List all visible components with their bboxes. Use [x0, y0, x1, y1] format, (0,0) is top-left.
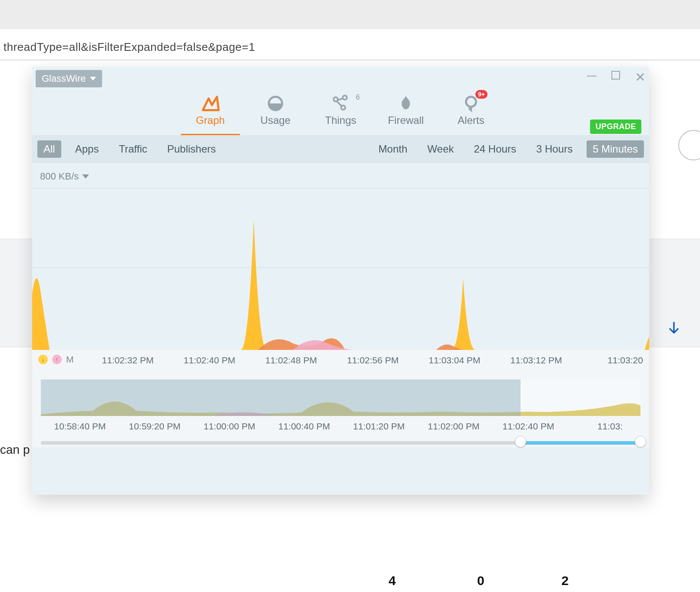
- alerts-badge: 9+: [475, 90, 488, 99]
- slider-handle-end[interactable]: [635, 436, 646, 447]
- xtick: 11:02:32 PM: [102, 355, 153, 366]
- ovtick: 11:03:: [597, 421, 623, 432]
- scroll-down-icon[interactable]: [665, 319, 683, 336]
- main-xaxis-ticks: 11:02:32 PM 11:02:40 PM 11:02:48 PM 11:0…: [32, 350, 649, 370]
- svg-point-4: [466, 97, 476, 107]
- xtick: 11:03:20: [607, 355, 643, 366]
- gridline: [32, 188, 649, 189]
- firewall-icon: [385, 93, 427, 114]
- stat-views-number: 4: [378, 573, 406, 588]
- overview-unselected-mask: [41, 379, 521, 416]
- main-chart[interactable]: 800 KB/s: [32, 163, 649, 350]
- ovtick: 11:00:00 PM: [203, 421, 255, 432]
- tab-things[interactable]: 6 Things: [320, 93, 362, 134]
- glasswire-window: GlassWire ✕ Graph Usage 6 Thing: [32, 67, 649, 495]
- stat-helpful-number: 0: [464, 573, 498, 588]
- filter-publishers[interactable]: Publishers: [161, 140, 222, 158]
- url-text: threadType=all&isFilterExpanded=false&pa…: [3, 40, 255, 53]
- chevron-down-icon: [82, 173, 89, 180]
- tab-alerts[interactable]: 9+ Alerts: [450, 93, 492, 134]
- overview-chart[interactable]: [41, 379, 640, 416]
- ovtick: 11:00:40 PM: [278, 421, 330, 432]
- tab-usage-label: Usage: [255, 114, 296, 126]
- range-24h[interactable]: 24 Hours: [468, 140, 522, 158]
- filter-bar: All Apps Traffic Publishers Month Week 2…: [32, 135, 649, 163]
- chevron-down-icon: [90, 76, 96, 82]
- xtick: 11:02:56 PM: [347, 355, 398, 366]
- filter-traffic[interactable]: Traffic: [113, 140, 153, 158]
- y-scale-text: 800 KB/s: [40, 171, 79, 182]
- overview-xaxis: 10:58:40 PM 10:59:20 PM 11:00:00 PM 11:0…: [41, 416, 640, 435]
- tab-graph[interactable]: Graph: [189, 93, 231, 134]
- minimize-icon[interactable]: [587, 76, 597, 76]
- tab-firewall-label: Firewall: [385, 114, 427, 126]
- ovtick: 11:02:00 PM: [428, 421, 479, 432]
- main-xaxis: ↓ ↑ M 11:02:32 PM 11:02:40 PM 11:02:48 P…: [32, 350, 649, 370]
- ovtick: 11:01:20 PM: [353, 421, 405, 432]
- usage-icon: [255, 93, 296, 114]
- address-bar[interactable]: threadType=all&isFilterExpanded=false&pa…: [0, 29, 700, 60]
- stat-helpful: 0 helpful: [464, 573, 498, 592]
- range-month[interactable]: Month: [372, 140, 414, 158]
- graph-icon: [189, 93, 231, 114]
- app-title-text: GlassWire: [42, 73, 86, 84]
- main-tabs: Graph Usage 6 Things Firewall 9+: [32, 88, 649, 134]
- window-controls: ✕: [587, 71, 646, 84]
- upgrade-label: UPGRADE: [595, 122, 636, 131]
- range-slider[interactable]: [41, 438, 640, 447]
- main-plot: [32, 193, 649, 350]
- xtick: 11:02:48 PM: [265, 355, 317, 366]
- ovtick: 10:58:40 PM: [54, 421, 106, 432]
- range-3h[interactable]: 3 Hours: [530, 140, 579, 158]
- tab-firewall[interactable]: Firewall: [385, 93, 427, 134]
- things-count: 6: [356, 93, 360, 101]
- tab-graph-label: Graph: [189, 114, 231, 126]
- tab-usage[interactable]: Usage: [255, 93, 296, 134]
- xtick: 11:03:12 PM: [510, 355, 562, 366]
- range-5m[interactable]: 5 Minutes: [587, 140, 644, 158]
- upgrade-button[interactable]: UPGRADE: [590, 120, 641, 134]
- stat-replies: 2 replies: [548, 573, 582, 592]
- alerts-icon: 9+: [450, 93, 492, 114]
- maximize-icon[interactable]: [611, 71, 620, 80]
- things-icon: 6: [320, 93, 362, 114]
- close-icon[interactable]: ✕: [635, 71, 646, 84]
- stat-replies-number: 2: [548, 573, 582, 588]
- clipped-text-left-1: can p: [0, 443, 30, 457]
- ovtick: 10:59:20 PM: [129, 421, 180, 432]
- filter-apps[interactable]: Apps: [69, 140, 105, 158]
- slider-fill: [521, 441, 640, 445]
- slider-handle-start[interactable]: [515, 436, 526, 447]
- stat-views: 4 views: [378, 573, 406, 592]
- browser-chrome-top: [0, 0, 700, 29]
- tab-things-label: Things: [320, 114, 362, 126]
- xtick: 11:02:40 PM: [183, 355, 235, 366]
- app-title-dropdown[interactable]: GlassWire: [36, 70, 102, 87]
- y-scale-dropdown[interactable]: 800 KB/s: [40, 171, 89, 182]
- filter-group-left: All Apps Traffic Publishers: [37, 140, 222, 158]
- range-group-right: Month Week 24 Hours 3 Hours 5 Minutes: [372, 140, 644, 158]
- range-week[interactable]: Week: [421, 140, 460, 158]
- svg-point-2: [343, 96, 347, 100]
- overview-panel: 10:58:40 PM 10:59:20 PM 11:00:00 PM 11:0…: [32, 370, 649, 447]
- titlebar[interactable]: GlassWire ✕: [32, 67, 649, 88]
- search-icon: [678, 130, 700, 160]
- filter-all[interactable]: All: [37, 140, 61, 158]
- xtick: 11:03:04 PM: [428, 355, 480, 366]
- tab-alerts-label: Alerts: [450, 114, 492, 126]
- ovtick: 11:02:40 PM: [502, 421, 554, 432]
